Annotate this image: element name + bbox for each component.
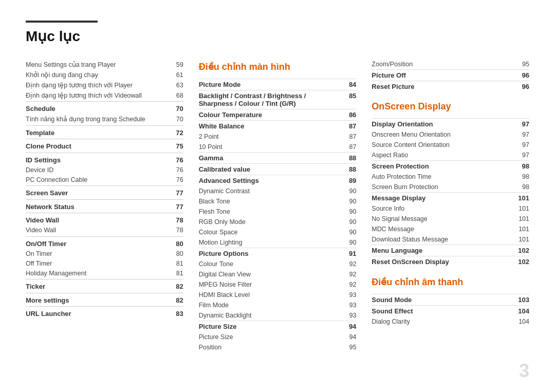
- item-label: Network Status: [26, 203, 169, 211]
- item-num: 104: [519, 318, 529, 325]
- item-label: MDC Message: [372, 226, 514, 233]
- list-item: Ticker82: [26, 279, 183, 292]
- item-num: 70: [173, 116, 183, 123]
- list-item: Colour Space90: [199, 227, 357, 237]
- item-label: Ticker: [26, 283, 169, 290]
- list-item: Menu Language102: [372, 245, 529, 256]
- item-label: Source Info: [372, 205, 514, 212]
- item-num: 90: [346, 208, 356, 215]
- list-item: Zoom/Position95: [372, 59, 529, 69]
- list-item: Film Mode93: [199, 300, 357, 310]
- list-item: Định dạng tệp tương thích với Videowall6…: [26, 90, 183, 100]
- item-label: Zoom/Position: [372, 61, 515, 68]
- item-label: Dynamic Contrast: [199, 188, 342, 195]
- item-label: Backlight / Contrast / Brightness / Shar…: [199, 92, 342, 107]
- item-num: 98: [519, 183, 529, 191]
- list-item: Dynamic Backlight93: [199, 310, 357, 321]
- item-num: 76: [173, 176, 183, 183]
- list-item: Aspect Ratio97: [372, 150, 529, 160]
- list-item: Clone Product75: [26, 139, 183, 152]
- item-num: 76: [173, 156, 183, 164]
- item-label: Picture Size: [199, 323, 342, 330]
- list-item: Colour Temperature86: [199, 109, 357, 120]
- item-label: Download Status Message: [372, 236, 514, 243]
- item-label: RGB Only Mode: [199, 218, 342, 226]
- list-item: Tính năng khả dụng trong trang Schedule7…: [26, 114, 183, 124]
- item-label: Tính năng khả dụng trong trang Schedule: [26, 115, 169, 123]
- item-num: 77: [173, 189, 183, 197]
- item-num: 87: [346, 133, 356, 140]
- item-label: HDMI Black Level: [199, 291, 342, 298]
- list-item: Motion Lighting90: [199, 237, 357, 248]
- item-label: On Timer: [26, 250, 169, 257]
- list-item: On/Off Timer80: [26, 236, 183, 249]
- item-num: 97: [519, 131, 529, 138]
- item-label: Sound Effect: [372, 307, 514, 315]
- item-label: Dialog Clarity: [372, 318, 514, 325]
- item-label: Flesh Tone: [199, 208, 342, 215]
- item-label: Video Wall: [26, 227, 169, 234]
- list-item: Digital Clean View92: [199, 269, 357, 279]
- item-num: 82: [173, 283, 183, 290]
- item-num: 95: [519, 61, 529, 68]
- item-label: Onscreen Menu Orientation: [372, 131, 515, 138]
- list-item: 10 Point87: [199, 142, 357, 152]
- item-label: Motion Lighting: [199, 239, 342, 246]
- item-num: 83: [173, 310, 183, 318]
- list-item: Source Content Orientation97: [372, 140, 529, 150]
- item-label: Colour Tone: [199, 260, 342, 268]
- item-label: 10 Point: [199, 143, 342, 151]
- list-item: Device ID76: [26, 165, 183, 175]
- item-num: 97: [519, 152, 529, 159]
- list-item: Screen Saver77: [26, 185, 183, 198]
- list-item: ID Settings76: [26, 153, 183, 165]
- item-label: White Balance: [199, 122, 342, 130]
- item-num: 90: [346, 229, 356, 236]
- list-item: Message Display101: [372, 192, 529, 203]
- item-num: 97: [519, 120, 529, 128]
- list-item: Reset Picture96: [372, 81, 529, 92]
- item-label: Aspect Ratio: [372, 152, 515, 159]
- item-num: 101: [519, 205, 529, 212]
- list-item: Picture Size94: [199, 332, 357, 342]
- list-item: Video Wall78: [26, 226, 183, 235]
- item-num: 98: [519, 173, 529, 180]
- mid-col: Điều chỉnh màn hìnhPicture Mode84Backlig…: [199, 59, 372, 371]
- right-col: Zoom/Position95Picture Off96Reset Pictur…: [372, 59, 529, 371]
- item-num: 78: [173, 216, 183, 224]
- onscreen-section-heading: OnScreen Display: [372, 101, 529, 112]
- item-num: 88: [346, 154, 356, 162]
- left-col: Menu Settings của trang Player59Khởi nội…: [26, 59, 199, 371]
- list-item: Backlight / Contrast / Brightness / Shar…: [199, 90, 357, 109]
- list-item: More settings82: [26, 293, 183, 306]
- item-label: Template: [26, 129, 169, 137]
- item-num: 81: [173, 260, 183, 267]
- list-item: Source Info101: [372, 203, 529, 214]
- list-item: Dialog Clarity104: [372, 316, 529, 327]
- list-item: Định dạng tệp tương thích với Player63: [26, 80, 183, 90]
- item-label: Black Tone: [199, 198, 342, 205]
- item-num: 70: [173, 105, 183, 113]
- item-num: 96: [519, 83, 529, 90]
- item-num: 80: [173, 250, 183, 257]
- item-num: 59: [173, 61, 183, 68]
- item-label: Calibrated value: [199, 165, 342, 173]
- list-item: Gamma88: [199, 152, 357, 163]
- list-item: Screen Burn Protection98: [372, 182, 529, 192]
- item-label: Video Wall: [26, 216, 169, 224]
- item-num: 94: [346, 323, 356, 330]
- list-item: Network Status77: [26, 199, 183, 212]
- item-label: URL Launcher: [26, 310, 169, 318]
- item-label: Picture Size: [199, 333, 342, 341]
- item-label: Picture Mode: [199, 81, 342, 88]
- list-item: White Balance87: [199, 120, 357, 132]
- item-label: Display Orientation: [372, 120, 515, 128]
- item-num: 77: [173, 203, 183, 211]
- mid-section-heading: Điều chỉnh màn hình: [199, 61, 357, 72]
- list-item: Sound Effect104: [372, 305, 529, 316]
- item-num: 85: [346, 92, 356, 100]
- item-label: PC Connection Cable: [26, 176, 169, 183]
- list-item: Black Tone90: [199, 196, 357, 207]
- list-item: Advanced Settings89: [199, 175, 357, 186]
- item-num: 76: [173, 166, 183, 174]
